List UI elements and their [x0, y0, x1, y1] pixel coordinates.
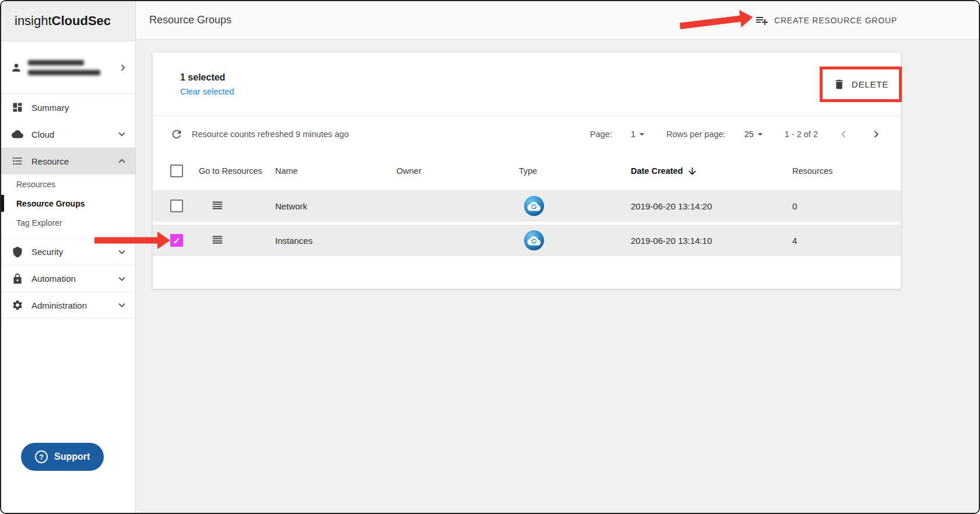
app-window: insightCloudSec Summary Cloud Resou [0, 0, 980, 514]
go-to-resources-icon[interactable] [211, 199, 224, 212]
user-icon [10, 62, 22, 74]
row-checkbox[interactable]: ✓ [170, 234, 183, 247]
logo-suffix: CloudSec [52, 13, 111, 29]
delete-label: DELETE [852, 79, 888, 89]
sidebar-item-cloud[interactable]: Cloud [1, 121, 135, 148]
column-header-type: Type [519, 166, 631, 176]
page-header: Resource Groups CREATE RESOURCE GROUP [136, 1, 979, 40]
gear-icon [12, 299, 23, 311]
cell-name: Instances [275, 236, 396, 246]
create-resource-group-label: CREATE RESOURCE GROUP [774, 16, 897, 25]
list-icon [12, 155, 23, 167]
sidebar-item-administration[interactable]: Administration [1, 292, 135, 319]
pagination-range: 1 - 2 of 2 [785, 130, 818, 139]
sidebar-item-label: Security [31, 247, 107, 257]
clear-selected-link[interactable]: Clear selected [180, 87, 234, 96]
playlist-add-icon [755, 13, 769, 27]
cell-resources: 4 [792, 236, 901, 246]
chevron-down-icon [115, 272, 128, 285]
user-name-redacted [28, 60, 111, 75]
chevron-right-icon [117, 61, 129, 74]
help-icon: ? [35, 450, 48, 463]
table-row: ✓ Network 2019-0 [153, 190, 901, 222]
resource-group-type-icon [524, 195, 545, 216]
row-checkbox[interactable]: ✓ [170, 200, 183, 212]
table-row: ✓ Instances 2019 [153, 225, 901, 256]
sidebar-subitem-label: Tag Explorer [16, 218, 62, 228]
chevron-down-icon [115, 246, 128, 258]
resource-groups-card: 1 selected Clear selected DELETE Resourc… [153, 53, 901, 289]
previous-page-icon[interactable] [837, 127, 851, 141]
cell-date-created: 2019-06-20 13:14:20 [631, 201, 792, 211]
sidebar-item-label: Summary [31, 103, 128, 113]
rows-per-page-label: Rows per page: [666, 130, 726, 139]
support-label: Support [54, 452, 90, 462]
main-area: Resource Groups CREATE RESOURCE GROUP 1 … [136, 1, 979, 513]
delete-button[interactable]: DELETE [833, 78, 888, 90]
caret-down-icon [754, 128, 766, 140]
create-resource-group-button[interactable]: CREATE RESOURCE GROUP [755, 13, 897, 27]
column-header-name: Name [275, 166, 396, 176]
sidebar-item-automation[interactable]: Automation [1, 265, 135, 292]
select-all-checkbox[interactable]: ✓ [170, 165, 183, 177]
refresh-icon[interactable] [170, 128, 183, 141]
sidebar-item-label: Automation [31, 274, 107, 284]
sidebar-subitem-label: Resources [16, 180, 55, 189]
page-label: Page: [590, 130, 612, 139]
content-area: 1 selected Clear selected DELETE Resourc… [136, 40, 979, 289]
cell-name: Network [275, 201, 396, 211]
column-header-goto-resources: Go to Resources [199, 166, 275, 176]
chevron-up-icon [115, 155, 128, 167]
date-created-label: Date Created [631, 166, 683, 176]
column-header-date-created[interactable]: Date Created [631, 166, 792, 177]
user-account-row[interactable] [1, 41, 135, 94]
logo-prefix: insight [15, 13, 52, 29]
cell-resources: 0 [792, 201, 901, 211]
selection-bar: 1 selected Clear selected DELETE [153, 53, 901, 116]
table-toolbar: Resource counts refreshed 9 minutes ago … [153, 116, 901, 152]
column-header-owner: Owner [396, 166, 519, 176]
sidebar-item-label: Resource [31, 156, 107, 166]
trash-icon [833, 78, 845, 90]
sidebar-item-label: Cloud [31, 130, 107, 139]
app-logo: insightCloudSec [1, 1, 135, 41]
sidebar-item-label: Administration [31, 300, 107, 310]
sidebar-subitem-resources[interactable]: Resources [1, 174, 135, 194]
rows-per-page-value: 25 [744, 130, 754, 139]
sidebar-subitem-label: Resource Groups [16, 199, 85, 208]
support-button[interactable]: ? Support [21, 443, 104, 471]
next-page-icon[interactable] [869, 127, 883, 141]
chevron-down-icon [115, 299, 128, 312]
dashboard-icon [12, 102, 23, 113]
sidebar-item-resource[interactable]: Resource [1, 148, 135, 174]
page-value: 1 [631, 130, 635, 139]
cell-date-created: 2019-06-20 13:14:10 [631, 236, 792, 246]
sidebar-subitem-tag-explorer[interactable]: Tag Explorer [1, 213, 135, 232]
pagination-controls: Page: 1 Rows per page: 25 1 - 2 of 2 [590, 127, 883, 141]
column-header-resources: Resources [792, 166, 901, 176]
chevron-down-icon [115, 128, 128, 141]
caret-down-icon [636, 128, 648, 140]
cloud-icon [12, 128, 23, 140]
sidebar-subitem-resource-groups[interactable]: Resource Groups [1, 194, 135, 213]
sidebar-item-summary[interactable]: Summary [1, 94, 135, 121]
sidebar-item-security[interactable]: Security [1, 238, 135, 265]
sort-descending-icon [687, 166, 698, 177]
annotation-box-delete: DELETE [820, 67, 902, 102]
resource-group-type-icon [524, 230, 545, 251]
rows-per-page-select[interactable]: 25 [744, 128, 766, 140]
shield-icon [12, 246, 23, 258]
page-select[interactable]: 1 [631, 128, 648, 140]
refresh-status-text: Resource counts refreshed 9 minutes ago [192, 130, 349, 139]
sidebar: insightCloudSec Summary Cloud Resou [1, 1, 136, 513]
go-to-resources-icon[interactable] [211, 233, 224, 246]
lock-icon [12, 273, 23, 285]
sidebar-nav: Summary Cloud Resource Resources Resourc… [1, 94, 135, 319]
table-header-row: ✓ Go to Resources Name Owner Type Date C… [153, 152, 901, 190]
page-title: Resource Groups [149, 14, 231, 26]
selected-count: 1 selected [180, 72, 234, 83]
